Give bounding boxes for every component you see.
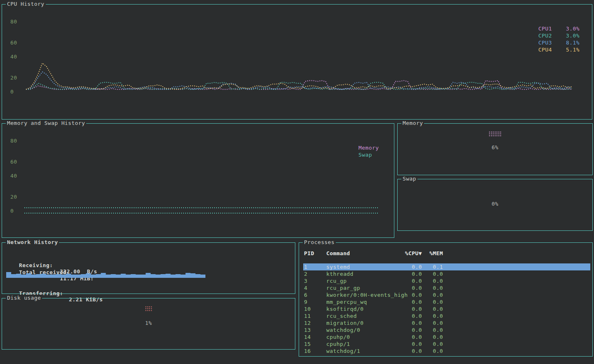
process-mem: 0.0	[422, 333, 443, 341]
cpu3-legend-value: 8.1%	[566, 39, 580, 46]
process-pid: 11	[303, 312, 326, 319]
cpu2-legend-value: 3.0%	[566, 32, 580, 39]
process-command: rcu_sched	[326, 312, 410, 319]
y-tick: 40	[10, 54, 17, 60]
process-row[interactable]: 15cpuhp/10.00.0	[303, 341, 590, 348]
process-row[interactable]: 6kworker/0:0H-events_high0.00.0	[303, 291, 590, 298]
cpu4-legend-value: 5.1%	[566, 46, 580, 53]
process-row[interactable]: 16watchdog/10.00.0	[303, 348, 590, 355]
cpu2-legend-row: CPU2 3.0%	[538, 32, 580, 39]
disk-gauge-value: 1%	[2, 320, 295, 326]
process-row[interactable]: 13watchdog/00.00.0	[303, 326, 590, 333]
process-command: systemd	[326, 263, 410, 270]
process-row[interactable]: 10ksoftirqd/00.00.0	[303, 305, 590, 312]
process-mem: 0.0	[422, 348, 443, 355]
process-row[interactable]: 14cpuhp/00.00.0	[303, 333, 590, 341]
disk-gauge-dots	[145, 306, 152, 311]
network-history-title: Network History	[6, 239, 59, 245]
process-command: kworker/0:0H-events_high	[326, 291, 410, 298]
cpu-history-chart	[23, 15, 575, 98]
column-header-cpu[interactable]: %CPU▼	[410, 250, 422, 257]
process-command: cpuhp/0	[326, 333, 410, 341]
memory-gauge-title: Memory	[401, 120, 424, 126]
process-command: kthreadd	[326, 270, 410, 277]
y-tick: 80	[10, 19, 17, 25]
process-command: watchdog/0	[326, 326, 410, 333]
memory-gauge-value: 6%	[398, 144, 592, 150]
process-cpu: 0.0	[410, 284, 422, 291]
processes-title: Processes	[303, 239, 336, 245]
y-tick: 60	[10, 159, 17, 165]
column-header-mem[interactable]: %MEM	[422, 250, 443, 257]
process-pid: 3	[303, 277, 326, 284]
process-mem: 0.0	[422, 284, 443, 291]
processes-panel: Processes PID Command %CPU▼ %MEM 1system…	[299, 242, 593, 357]
process-pid: 13	[303, 326, 326, 333]
y-tick: 0	[10, 89, 14, 95]
cpu-series-cpu2	[26, 82, 572, 89]
process-cpu: 0.0	[410, 298, 422, 305]
swap-usage-line	[24, 213, 378, 214]
process-pid: 4	[303, 284, 326, 291]
process-command: ksoftirqd/0	[326, 305, 410, 312]
memory-swap-history-panel: Memory and Swap History 80 60 40 20 0 Me…	[2, 123, 394, 238]
column-header-command[interactable]: Command	[326, 250, 410, 257]
cpu3-legend-label: CPU3	[538, 39, 552, 46]
cpu1-legend-value: 3.0%	[566, 25, 580, 32]
cpu1-legend-label: CPU1	[538, 25, 552, 32]
cpu3-legend-row: CPU3 8.1%	[538, 39, 580, 46]
process-mem: 0.0	[422, 341, 443, 348]
process-mem: 0.0	[422, 291, 443, 298]
cpu-legend: CPU1 3.0% CPU2 3.0% CPU3 8.1% CPU4 5.1%	[538, 25, 580, 53]
swap-legend-label: Swap	[358, 151, 379, 158]
process-command: cpuhp/1	[326, 341, 410, 348]
process-cpu: 0.0	[410, 305, 422, 312]
memswap-legend: Memory Swap	[358, 144, 379, 158]
process-pid: 16	[303, 348, 326, 355]
cpu-sort-label[interactable]: %CPU▼	[405, 250, 422, 257]
process-row[interactable]: 12migration/00.00.0	[303, 319, 590, 326]
process-command: migration/0	[326, 319, 410, 326]
process-mem: 0.0	[422, 319, 443, 326]
memory-gauge-dots	[489, 131, 502, 136]
process-row[interactable]: 4rcu_par_gp0.00.0	[303, 284, 590, 291]
process-row[interactable]: 9mm_percpu_wq0.00.0	[303, 298, 590, 305]
process-mem: 0.0	[422, 312, 443, 319]
process-mem: 0.0	[422, 326, 443, 333]
process-pid: 9	[303, 298, 326, 305]
process-cpu: 0.0	[410, 348, 422, 355]
disk-usage-title: Disk usage	[6, 295, 42, 301]
y-tick: 20	[10, 75, 17, 81]
y-tick: 0	[10, 208, 14, 214]
process-row[interactable]: 1systemd0.00.1	[303, 263, 590, 270]
process-command: rcu_gp	[326, 277, 410, 284]
process-row[interactable]: 11rcu_sched0.00.0	[303, 312, 590, 319]
process-table-header: PID Command %CPU▼ %MEM	[303, 250, 590, 257]
swap-gauge-title: Swap	[401, 176, 417, 182]
process-mem: 0.0	[422, 277, 443, 284]
process-command: watchdog/1	[326, 348, 410, 355]
process-mem: 0.0	[422, 270, 443, 277]
cpu-history-panel: CPU History 80 60 40 20 0 CPU1 3.0% CPU2…	[2, 4, 592, 120]
cpu4-legend-label: CPU4	[538, 46, 552, 53]
disk-usage-panel: Disk usage 1%	[2, 298, 295, 350]
y-tick: 20	[10, 194, 17, 200]
process-pid: 10	[303, 305, 326, 312]
swap-gauge-panel: Swap 0%	[397, 179, 593, 231]
process-table-rows: 1systemd0.00.12kthreadd0.00.03rcu_gp0.00…	[303, 263, 590, 355]
network-receive-sparkline	[6, 269, 205, 278]
cpu2-legend-label: CPU2	[538, 32, 552, 39]
memory-swap-history-title: Memory and Swap History	[6, 120, 86, 126]
process-cpu: 0.0	[410, 326, 422, 333]
column-header-pid[interactable]: PID	[303, 250, 326, 257]
process-pid: 2	[303, 270, 326, 277]
y-tick: 80	[10, 138, 17, 144]
process-pid: 15	[303, 341, 326, 348]
process-row[interactable]: 3rcu_gp0.00.0	[303, 277, 590, 284]
process-cpu: 0.0	[410, 291, 422, 298]
cpu-series-cpu4	[26, 63, 572, 89]
memory-gauge-panel: Memory 6%	[397, 123, 593, 175]
cpu-history-title: CPU History	[6, 1, 46, 7]
process-row[interactable]: 2kthreadd0.00.0	[303, 270, 590, 277]
y-tick: 60	[10, 40, 17, 46]
